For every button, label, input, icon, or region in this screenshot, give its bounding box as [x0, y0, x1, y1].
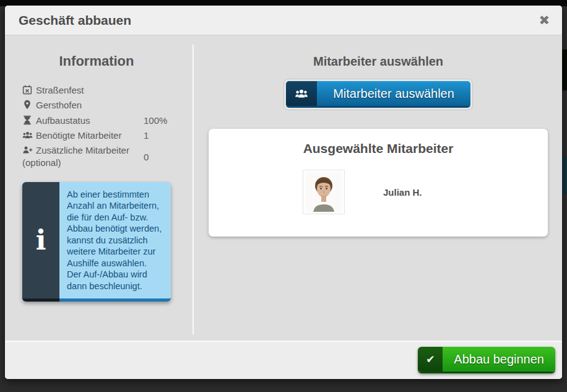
users-icon	[286, 81, 317, 106]
select-employees-button-label: Mitarbeiter auswählen	[317, 81, 470, 106]
info-label: Benötigte Mitarbeiter	[36, 130, 121, 141]
info-label: Straßenfest	[36, 85, 84, 95]
employee-selection-panel: Mitarbeiter auswählen Mitarbeiter auswäh…	[194, 36, 562, 341]
employee-avatar	[303, 170, 345, 214]
info-row-location: Gersthofen	[22, 99, 188, 111]
close-icon[interactable]: ✖	[539, 6, 550, 35]
info-value: 0	[144, 152, 149, 162]
modal-footer: ✔ Abbau beginnen	[5, 341, 562, 379]
info-row-required-employees: Benötigte Mitarbeiter 1	[22, 129, 188, 142]
dimmed-page-bottom	[0, 379, 567, 392]
dimmed-page-block	[562, 50, 567, 90]
dimmed-page-block	[562, 157, 567, 194]
select-employees-button[interactable]: Mitarbeiter auswählen	[284, 79, 473, 110]
begin-dismantle-button-label: Abbau beginnen	[443, 347, 555, 372]
hourglass-icon	[22, 115, 33, 125]
info-label: Zusätzliche Mitarbeiter (optional)	[22, 145, 129, 168]
info-icon: i	[22, 182, 59, 302]
map-marker-icon	[22, 100, 33, 110]
employee-row: Julian H.	[209, 170, 548, 214]
user-plus-icon	[22, 145, 33, 155]
tip-text: Ab einer bestimmten Anzahl an Mitarbeite…	[59, 182, 171, 302]
modal-title: Geschäft abbauen	[19, 6, 131, 35]
information-heading: Information	[5, 53, 188, 69]
begin-dismantle-button[interactable]: ✔ Abbau beginnen	[418, 347, 555, 373]
info-row-event: Straßenfest	[22, 84, 188, 97]
column-divider	[193, 45, 194, 334]
employee-name: Julian H.	[383, 187, 422, 198]
modal-body: Information Straßenfest Gersthofen Aufba…	[5, 36, 562, 341]
info-row-additional-employees: Zusätzliche Mitarbeiter (optional) 0	[22, 144, 188, 170]
dismantle-business-modal: Geschäft abbauen ✖ Information Straßenfe…	[5, 6, 562, 379]
users-icon	[22, 130, 33, 140]
selected-employees-heading: Ausgewählte Mitarbeiter	[209, 129, 548, 156]
information-panel: Information Straßenfest Gersthofen Aufba…	[5, 36, 188, 341]
select-employees-heading: Mitarbeiter auswählen	[194, 54, 562, 69]
info-value: 100%	[144, 115, 167, 126]
check-icon: ✔	[418, 347, 443, 372]
modal-header: Geschäft abbauen ✖	[5, 6, 562, 35]
information-list: Straßenfest Gersthofen Aufbaustatus 100%…	[22, 84, 188, 170]
info-value: 1	[144, 130, 149, 141]
info-tip-box: i Ab einer bestimmten Anzahl an Mitarbei…	[22, 182, 171, 302]
calendar-times-icon	[22, 85, 33, 95]
info-label: Gersthofen	[36, 100, 82, 110]
info-row-build-status: Aufbaustatus 100%	[22, 115, 188, 127]
info-label: Aufbaustatus	[36, 115, 90, 126]
selected-employees-card: Ausgewählte Mitarbeiter	[209, 129, 548, 237]
